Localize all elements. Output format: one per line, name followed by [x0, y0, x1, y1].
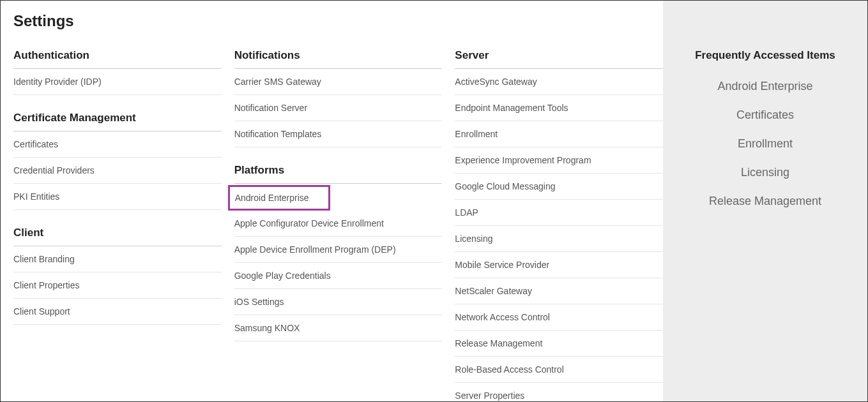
settings-column-0: AuthenticationIdentity Provider (IDP)Cer…: [13, 49, 222, 401]
section-server: ServerActiveSync GatewayEndpoint Managem…: [455, 49, 663, 401]
settings-link-ios-settings[interactable]: iOS Settings: [234, 289, 443, 315]
settings-link-google-play-credentials[interactable]: Google Play Credentials: [234, 263, 443, 289]
settings-link-carrier-sms-gateway[interactable]: Carrier SMS Gateway: [234, 69, 443, 95]
settings-link-role-based-access-control[interactable]: Role-Based Access Control: [455, 357, 663, 383]
settings-link-licensing[interactable]: Licensing: [455, 226, 663, 252]
settings-link-netscaler-gateway[interactable]: NetScaler Gateway: [455, 278, 663, 304]
settings-link-pki-entities[interactable]: PKI Entities: [13, 184, 222, 210]
frequent-item-android-enterprise[interactable]: Android Enterprise: [676, 80, 855, 93]
section-title: Platforms: [234, 164, 443, 184]
settings-link-experience-improvement-program[interactable]: Experience Improvement Program: [455, 147, 663, 174]
frequent-item-enrollment[interactable]: Enrollment: [676, 137, 855, 151]
frequently-accessed-sidebar: Frequently Accessed Items Android Enterp…: [663, 1, 867, 401]
section-notifications: NotificationsCarrier SMS GatewayNotifica…: [234, 49, 443, 147]
section-certificate-management: Certificate ManagementCertificatesCreden…: [13, 112, 222, 210]
settings-link-server-properties[interactable]: Server Properties: [455, 383, 663, 401]
settings-link-mobile-service-provider[interactable]: Mobile Service Provider: [455, 252, 663, 278]
settings-main: Settings AuthenticationIdentity Provider…: [1, 1, 663, 401]
section-title: Notifications: [234, 49, 443, 69]
settings-link-apple-configurator-device-enrollment[interactable]: Apple Configurator Device Enrollment: [234, 211, 443, 237]
settings-link-android-enterprise[interactable]: Android Enterprise: [228, 185, 330, 211]
section-title: Authentication: [13, 49, 222, 69]
settings-link-samsung-knox[interactable]: Samsung KNOX: [234, 315, 443, 341]
settings-link-activesync-gateway[interactable]: ActiveSync Gateway: [455, 69, 663, 95]
settings-columns: AuthenticationIdentity Provider (IDP)Cer…: [13, 49, 663, 401]
section-title: Client: [13, 227, 222, 246]
frequent-item-release-management[interactable]: Release Management: [676, 195, 855, 208]
sidebar-items-container: Android EnterpriseCertificatesEnrollment…: [676, 80, 855, 208]
settings-link-notification-server[interactable]: Notification Server: [234, 95, 443, 121]
settings-link-certificates[interactable]: Certificates: [13, 131, 222, 158]
settings-column-2: ServerActiveSync GatewayEndpoint Managem…: [455, 49, 663, 401]
settings-link-client-branding[interactable]: Client Branding: [13, 246, 222, 272]
frequent-item-certificates[interactable]: Certificates: [676, 108, 855, 122]
settings-link-enrollment[interactable]: Enrollment: [455, 121, 663, 147]
section-title: Certificate Management: [13, 112, 222, 131]
settings-link-release-management[interactable]: Release Management: [455, 331, 663, 357]
sidebar-title: Frequently Accessed Items: [676, 49, 855, 62]
section-client: ClientClient BrandingClient PropertiesCl…: [13, 227, 222, 325]
frequent-item-licensing[interactable]: Licensing: [676, 166, 855, 179]
settings-link-endpoint-management-tools[interactable]: Endpoint Management Tools: [455, 95, 663, 121]
settings-link-notification-templates[interactable]: Notification Templates: [234, 121, 443, 147]
settings-link-apple-device-enrollment-program-dep[interactable]: Apple Device Enrollment Program (DEP): [234, 237, 443, 263]
settings-link-client-support[interactable]: Client Support: [13, 299, 222, 325]
settings-link-identity-provider-idp[interactable]: Identity Provider (IDP): [13, 69, 222, 95]
settings-link-ldap[interactable]: LDAP: [455, 200, 663, 226]
settings-link-client-properties[interactable]: Client Properties: [13, 272, 222, 299]
settings-link-network-access-control[interactable]: Network Access Control: [455, 304, 663, 331]
section-platforms: PlatformsAndroid EnterpriseApple Configu…: [234, 164, 443, 341]
settings-link-google-cloud-messaging[interactable]: Google Cloud Messaging: [455, 174, 663, 200]
settings-column-1: NotificationsCarrier SMS GatewayNotifica…: [234, 49, 443, 401]
section-authentication: AuthenticationIdentity Provider (IDP): [13, 49, 222, 95]
page-title: Settings: [13, 12, 663, 30]
settings-link-credential-providers[interactable]: Credential Providers: [13, 158, 222, 184]
section-title: Server: [455, 49, 663, 69]
